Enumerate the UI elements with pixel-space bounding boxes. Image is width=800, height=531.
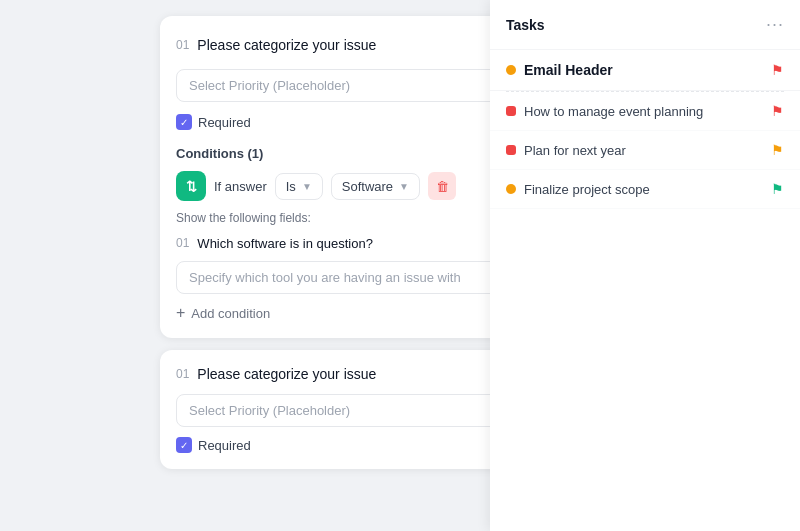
task-item-0-label: How to manage event planning: [524, 104, 703, 119]
chevron-down-icon-2: ▼: [399, 181, 409, 192]
card2-required-label: Required: [198, 438, 251, 453]
task-item-2: Finalize project scope ⚑: [490, 170, 800, 209]
priority-placeholder: Select Priority (Placeholder): [189, 78, 350, 93]
email-header-flag-icon: ⚑: [771, 62, 784, 78]
task-item-2-label: Finalize project scope: [524, 182, 650, 197]
card-1-title: Please categorize your issue: [197, 37, 376, 53]
required-left: ✓ Required: [176, 114, 251, 130]
right-panel: Tasks ··· Email Header ⚑ How to manage e…: [490, 0, 800, 531]
panel-menu-button[interactable]: ···: [766, 14, 784, 35]
task-item-0-flag-icon: ⚑: [771, 103, 784, 119]
task-item-1: Plan for next year ⚑: [490, 131, 800, 170]
task-item-1-flag-icon: ⚑: [771, 142, 784, 158]
task-item-2-flag-icon: ⚑: [771, 181, 784, 197]
chevron-down-icon: ▼: [302, 181, 312, 192]
if-answer-label: If answer: [214, 179, 267, 194]
task-item-0-dot: [506, 106, 516, 116]
task-item-1-dot: [506, 145, 516, 155]
panel-header: Tasks ···: [490, 0, 800, 50]
card2-priority-placeholder: Select Priority (Placeholder): [189, 403, 350, 418]
email-header-left: Email Header: [506, 62, 613, 78]
card-2-title-row: 01 Please categorize your issue: [176, 366, 376, 382]
condition-icon: ⇅: [176, 171, 206, 201]
plus-icon: +: [176, 304, 185, 322]
task-item-1-label: Plan for next year: [524, 143, 626, 158]
delete-condition-button[interactable]: 🗑: [428, 172, 456, 200]
task-item-2-dot: [506, 184, 516, 194]
is-value: Is: [286, 179, 296, 194]
task-item-0: How to manage event planning ⚑: [490, 92, 800, 131]
required-checkbox[interactable]: ✓: [176, 114, 192, 130]
software-value: Software: [342, 179, 393, 194]
dot-orange-icon: [506, 65, 516, 75]
card2-required-checkbox[interactable]: ✓: [176, 437, 192, 453]
card-2-title: Please categorize your issue: [197, 366, 376, 382]
sub-field-title: Which software is in question?: [197, 236, 514, 251]
software-select[interactable]: Software ▼: [331, 173, 420, 200]
card-2-step: 01: [176, 367, 189, 381]
email-header-title: Email Header: [524, 62, 613, 78]
sub-placeholder: Specify which tool you are having an iss…: [189, 270, 461, 285]
card-1-step: 01: [176, 38, 189, 52]
required-label: Required: [198, 115, 251, 130]
card-1-title-row: 01 Please categorize your issue: [176, 37, 376, 53]
task-item-0-left: How to manage event planning: [506, 104, 703, 119]
task-item-2-left: Finalize project scope: [506, 182, 650, 197]
panel-title: Tasks: [506, 17, 545, 33]
email-header-row: Email Header ⚑: [490, 50, 800, 91]
task-item-1-left: Plan for next year: [506, 143, 626, 158]
add-condition-label: Add condition: [191, 306, 270, 321]
is-select[interactable]: Is ▼: [275, 173, 323, 200]
sub-step: 01: [176, 236, 189, 250]
